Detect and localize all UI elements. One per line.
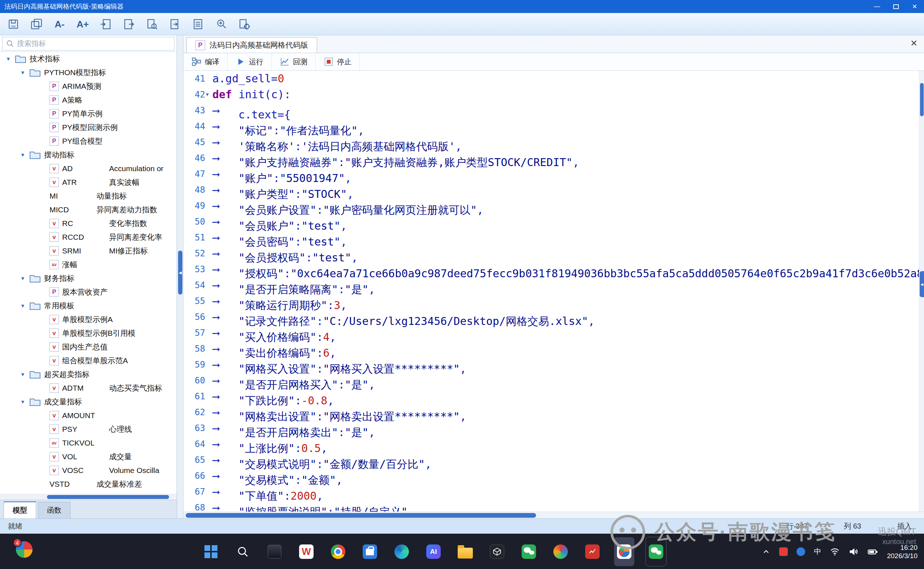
code-line[interactable]: 56⟶"记录文件路径":"C:/Users/lxg123456/Desktop/… [183, 309, 924, 325]
code-line[interactable]: 52⟶"会员授权码":"test", [183, 245, 924, 262]
backtest-button[interactable]: 回测 [271, 53, 316, 70]
ms-store-button[interactable] [360, 537, 380, 566]
tree-item[interactable]: P股本营收资产 [0, 285, 177, 299]
code-line[interactable]: 64⟶"上涨比例":0.5, [183, 436, 924, 452]
tree-item[interactable]: av涨幅 [0, 258, 177, 271]
doc-zoom-icon[interactable] [214, 17, 229, 32]
tree-hscrollbar[interactable] [0, 494, 177, 500]
tree-folder[interactable]: ▼超买超卖指标 [0, 368, 177, 381]
right-panel-handle[interactable]: ◀ [919, 271, 924, 297]
tray-blue-app[interactable] [796, 547, 805, 556]
tree-item[interactable]: vSRMIMI修正指标 [0, 244, 177, 258]
editor-hscrollbar[interactable] [183, 511, 924, 519]
tree-item[interactable]: VSTD成交量标准差 [0, 477, 177, 491]
doc-goto-icon[interactable] [168, 17, 183, 32]
stock-app-button[interactable] [582, 537, 602, 566]
save-all-icon[interactable] [29, 17, 44, 32]
task-view-button[interactable] [264, 537, 285, 566]
code-line[interactable]: 45⟶'策略名称':'法码日内高频基础网格代码版', [183, 134, 924, 150]
taskbar-clock[interactable]: 16:20 2026/3/10 [887, 543, 918, 560]
tree-item[interactable]: PPY模型回测示例 [0, 120, 177, 134]
taskbar-search-button[interactable] [233, 537, 253, 566]
chrome-button[interactable] [328, 537, 348, 566]
code-line[interactable]: 57⟶"买入价格编码":4, [183, 325, 924, 341]
code-line[interactable]: 60⟶"是否开启网格买入":"是", [183, 373, 924, 388]
search-box[interactable] [2, 37, 174, 50]
code-line[interactable]: 44⟶"标记":"作者法码量化", [183, 119, 924, 134]
collapse-sidebar-handle[interactable]: ◀ [178, 251, 182, 295]
expand-icon[interactable]: ▼ [20, 152, 30, 158]
wechat-work-button[interactable] [646, 537, 666, 566]
tray-expand-button[interactable] [762, 547, 770, 556]
expand-icon[interactable]: ▼ [20, 303, 30, 309]
code-line[interactable]: 51⟶"会员密码":"test", [183, 230, 924, 245]
tree-item[interactable]: MI动量指标 [0, 189, 177, 203]
code-line[interactable]: 59⟶"网格买入设置":"网格买入设置*********", [183, 357, 924, 373]
tree-item[interactable]: PPY简单示例 [0, 107, 177, 120]
ai-assistant-button[interactable]: AI [423, 537, 444, 566]
tree-item[interactable]: v单股模型示例A [0, 313, 177, 326]
tree-item[interactable]: PPY组合模型 [0, 134, 177, 148]
tree-folder[interactable]: ▼财务指标 [0, 271, 177, 285]
save-icon[interactable] [6, 17, 21, 32]
tree-item[interactable]: MICD异同离差动力指数 [0, 203, 177, 217]
battery-button[interactable] [867, 546, 878, 557]
code-line[interactable]: 49⟶"会员账户设置":"账户密码量化网页注册就可以", [183, 198, 924, 214]
font-decrease-icon[interactable]: A- [52, 17, 67, 32]
tree-item[interactable]: vRCCD异同离差变化率 [0, 230, 177, 244]
file-explorer-button[interactable] [455, 537, 475, 566]
code-line[interactable]: 46⟶"账户支持融资融券":"账户支持融资融券,账户类型STOCK/CREDIT… [183, 150, 924, 166]
tree-folder[interactable]: ▼技术指标 [0, 52, 177, 66]
edge-button[interactable] [392, 537, 412, 566]
expand-icon[interactable]: ▼ [20, 70, 30, 76]
tree-folder[interactable]: ▼PYTHON模型指标 [0, 66, 177, 79]
maximize-button[interactable] [886, 0, 905, 13]
tree-item[interactable]: vRC变化率指数 [0, 217, 177, 230]
compile-button[interactable]: 编译 [183, 53, 227, 70]
tree-item[interactable]: v组合模型单股示范A [0, 354, 177, 368]
tray-badge-app[interactable]: 4 [16, 541, 32, 558]
office-app-button[interactable]: W [296, 537, 316, 566]
code-line[interactable]: 61⟶"下跌比例":-0.8, [183, 388, 924, 405]
tab-function[interactable]: 函数 [38, 502, 70, 519]
tree-item[interactable]: vVOL成交量 [0, 450, 177, 464]
expand-icon[interactable]: ▼ [20, 371, 30, 377]
tree-item[interactable]: vAMOUNT [0, 409, 177, 422]
start-button[interactable] [201, 537, 221, 566]
tree-item[interactable]: vVOSCVolume Oscilla [0, 464, 177, 477]
splitter[interactable]: ◀ [177, 35, 183, 519]
doc-import-icon[interactable] [98, 17, 113, 32]
doc-settings-icon[interactable] [237, 17, 252, 32]
tray-red-app[interactable] [779, 547, 788, 556]
expand-icon[interactable]: ▼ [20, 399, 30, 405]
expand-icon[interactable]: ▼ [20, 275, 30, 281]
tab-model[interactable]: 模型 [4, 502, 36, 519]
wifi-button[interactable] [830, 547, 840, 557]
volume-button[interactable] [848, 547, 858, 557]
code-line[interactable]: 63⟶"是否开启网格卖出":"是", [183, 420, 924, 436]
doc-list-icon[interactable] [191, 17, 206, 32]
security-app-icon[interactable]: 4 [16, 541, 32, 558]
tree-item[interactable]: v单股模型示例B引用模 [0, 326, 177, 340]
tree-item[interactable]: vADTM动态买卖气指标 [0, 381, 177, 395]
editor-hscrollbar-thumb[interactable] [186, 513, 536, 518]
doc-export-icon[interactable] [121, 17, 137, 32]
tree-item[interactable]: vATR真实波幅 [0, 175, 177, 189]
tree-item[interactable]: PA策略 [0, 93, 177, 107]
tree-item[interactable]: vPSY心理线 [0, 422, 177, 436]
code-line[interactable]: 43⟶c.text={ [183, 102, 924, 119]
code-line[interactable]: 48⟶"账户类型":"STOCK", [183, 182, 924, 198]
tree-item[interactable]: v国内生产总值 [0, 340, 177, 354]
font-increase-icon[interactable]: A+ [75, 17, 90, 32]
minimize-button[interactable]: — [868, 0, 886, 13]
code-line[interactable]: 68⟶"监控股票池说明":"持股/自定义", [183, 500, 924, 511]
stop-button[interactable]: 停止 [316, 53, 360, 70]
tree-item[interactable]: avTICKVOL [0, 436, 177, 450]
wechat-button[interactable] [519, 537, 539, 566]
code-line[interactable]: 42▼def init(c): [183, 87, 924, 102]
search-input[interactable] [17, 40, 171, 48]
code-line[interactable]: 55⟶"策略运行周期秒":3, [183, 293, 924, 309]
editor-tab[interactable]: P 法码日内高频基础网格代码版 [186, 37, 317, 53]
code-line[interactable]: 65⟶"交易模式说明":"金额/数量/百分比", [183, 452, 924, 468]
code-line[interactable]: 53⟶"授权码":"0xc64ea7a71ce66b0a9c987deed75f… [183, 262, 924, 277]
